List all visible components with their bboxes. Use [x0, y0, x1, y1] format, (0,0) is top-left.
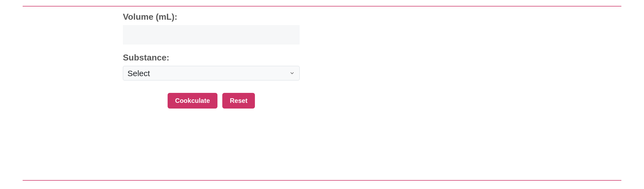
divider-bottom: [23, 180, 621, 181]
substance-label: Substance:: [123, 53, 300, 63]
volume-input[interactable]: [123, 25, 300, 45]
cookculate-button[interactable]: Cookculate: [168, 93, 217, 109]
divider-top: [23, 6, 621, 6]
substance-select[interactable]: Select: [123, 66, 300, 80]
form-container: Volume (mL): Substance: Select Cookculat…: [123, 12, 300, 109]
volume-label: Volume (mL):: [123, 12, 300, 22]
button-row: Cookculate Reset: [123, 93, 300, 109]
reset-button[interactable]: Reset: [222, 93, 255, 109]
substance-select-wrapper: Select: [123, 66, 300, 80]
